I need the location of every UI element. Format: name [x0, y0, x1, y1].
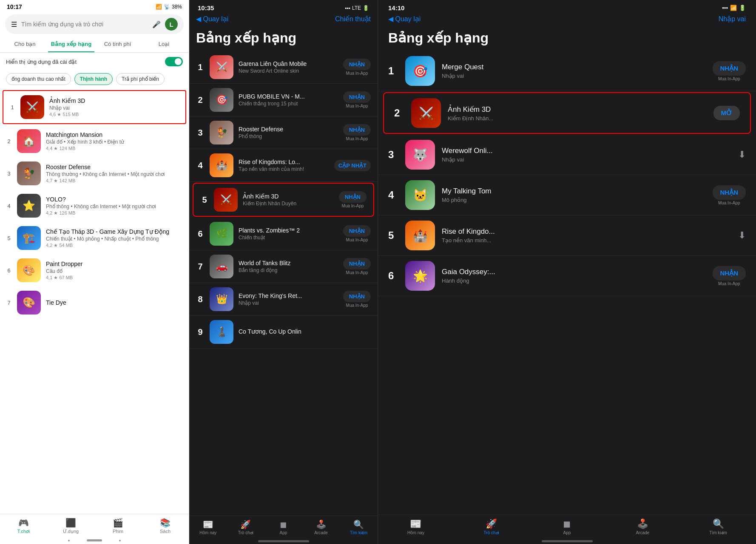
android-status-bar: 10:17 📶 📡 38% [0, 0, 189, 12]
list-item[interactable]: 8 👑 Evony: The King's Ret... Nhập vai NH… [189, 283, 378, 316]
back-button[interactable] [68, 540, 70, 541]
app-name: World of Tanks Blitz [239, 260, 338, 266]
app-icon: ♟️ [210, 320, 233, 344]
back-button[interactable]: ◀ Quay lại [196, 15, 228, 23]
android-bottom-nav: 🎮 T.chơi ⬛ Ứ.dụng 🎬 Phim 📚 Sách [0, 514, 189, 536]
open-button[interactable]: MỞ [713, 106, 740, 120]
get-button[interactable]: NHẬN [343, 225, 371, 237]
get-button[interactable]: NHẬN [713, 61, 746, 76]
list-item[interactable]: 4 ⭐ YOLO? Phổ thông • Không cần Internet… [0, 190, 189, 222]
home-bar[interactable] [542, 540, 593, 542]
list-item[interactable]: 3 🐓 Rooster Defense Thông thường • Không… [0, 157, 189, 190]
get-button[interactable]: NHẬN [343, 258, 371, 269]
app-icon: ⚔️ [20, 95, 44, 119]
get-button[interactable]: NHẬN [343, 124, 371, 136]
recents-button[interactable] [119, 540, 121, 541]
list-item[interactable]: 5 ⚔️ Ảnh Kiếm 3D Kiếm Định Nhân Duyên NH… [193, 183, 374, 217]
tab-loai[interactable]: Loại [141, 37, 187, 52]
sort-trending[interactable]: Thịnh hành [74, 73, 113, 85]
login-button[interactable]: Nhập vai [719, 15, 746, 23]
sort-row: ống doanh thu cao nhất Thịnh hành Trả ph… [0, 71, 189, 89]
back-button[interactable]: ◀ Quay lại [388, 15, 421, 23]
wifi-icon: 📶 [730, 5, 737, 11]
nav-item-arcade[interactable]: 🕹️ Arcade [302, 519, 340, 535]
download-icon[interactable]: ⬇ [738, 149, 746, 160]
nav-item-games[interactable]: 🚀 Trò chơi [454, 518, 529, 535]
list-item[interactable]: 5 🏰 Rise of Kingdo... Tạo nền văn minh..… [378, 215, 756, 256]
list-item[interactable]: 1 ⚔️ Ảnh Kiếm 3D Nhập vai 4,6 ★ 515 MB [3, 90, 186, 124]
tab-cho-ban[interactable]: Cho bạn [2, 37, 48, 52]
app-icon: 🎯 [405, 56, 435, 86]
app-rank: 6 [196, 229, 205, 239]
btn-sub: Mua In-App [342, 204, 364, 208]
app-icon: 🌟 [405, 261, 435, 291]
btn-sub: Mua In-App [346, 71, 368, 76]
nav-item-apps[interactable]: ⬛ Ứ.dụng [47, 518, 94, 534]
list-item[interactable]: 1 ⚔️ Garena Liên Quân Mobile New Sword A… [189, 51, 378, 84]
nav-label: Tìm kiếm [350, 530, 368, 535]
list-item[interactable]: 6 🌿 Plants vs. Zombies™ 2 Chiến thuật NH… [189, 218, 378, 250]
list-item[interactable]: 2 🎯 PUBG MOBILE VN - M... Chiến thắng tr… [189, 84, 378, 116]
tab-co-tinh-phi[interactable]: Có tính phí [94, 37, 141, 52]
app-desc: Bắn tăng di động [239, 267, 338, 273]
nav-item-app[interactable]: ◼ App [529, 518, 605, 535]
update-button[interactable]: CẬP NHẬT [334, 160, 371, 171]
list-item[interactable]: 7 🎨 Tie Dye [0, 286, 189, 319]
nav-item-arcade[interactable]: 🕹️ Arcade [605, 518, 680, 535]
app-name: Rise of Kingdo... [442, 227, 731, 236]
list-item[interactable]: 4 🏰 Rise of Kingdoms: Lo... Tạo nền văn … [189, 149, 378, 182]
list-item[interactable]: 2 ⚔️ Ảnh Kiếm 3D Kiếm Định Nhân... MỞ [383, 92, 751, 134]
nav-item-games[interactable]: 🎮 T.chơi [0, 518, 47, 534]
get-button[interactable]: NHẬN [339, 191, 367, 203]
get-button[interactable]: NHẬN [343, 291, 371, 302]
nav-item-today[interactable]: 📰 Hôm nay [189, 519, 227, 535]
nav-label: Trò chơi [484, 530, 499, 535]
app-desc: Thông thường • Không cần Internet • Một … [46, 171, 183, 177]
apps-icon: ⬛ [65, 518, 76, 528]
nav-item-search[interactable]: 🔍 Tìm kiếm [680, 518, 756, 535]
nav-item-games[interactable]: 🚀 Trò chơi [227, 519, 265, 535]
tab-bang-xep-hang[interactable]: Bảng xếp hạng [48, 37, 94, 52]
list-item[interactable]: 6 🎨 Paint Dropper Câu đố 4,1 ★ 67 MB [0, 254, 189, 286]
list-item[interactable]: 6 🌟 Gaia Odyssey:... Hành động NHẬN Mua … [378, 256, 756, 296]
get-button[interactable]: NHẬN [713, 185, 746, 200]
app-rank: 7 [6, 300, 12, 306]
btn-sub: Mua In-App [346, 303, 368, 308]
app-info: YOLO? Phổ thông • Không cần Internet • M… [46, 196, 183, 216]
battery-icon: 🔋 [363, 5, 369, 11]
list-item[interactable]: 7 🚗 World of Tanks Blitz Bắn tăng di độn… [189, 250, 378, 283]
get-button[interactable]: NHẬN [343, 91, 371, 103]
get-button[interactable]: NHẬN [343, 59, 371, 70]
hamburger-icon[interactable]: ☰ [11, 20, 17, 28]
android-search-bar[interactable]: ☰ 🎤 L [5, 14, 184, 34]
home-button[interactable] [87, 539, 102, 541]
get-button[interactable]: NHẬN [713, 266, 746, 280]
sort-paid[interactable]: Trả phí phổ biến [116, 73, 165, 85]
signal-icon: ▪▪▪ [345, 5, 350, 11]
nav-item-today[interactable]: 📰 Hôm nay [378, 518, 454, 535]
list-item[interactable]: 4 🐱 My Talking Tom Mô phỏng NHẬN Mua In-… [378, 175, 756, 215]
search-input[interactable] [21, 21, 148, 28]
list-item[interactable]: 3 🐓 Rooster Defense Phổ thông NHẬN Mua I… [189, 116, 378, 149]
sort-revenue[interactable]: ống doanh thu cao nhất [6, 73, 71, 85]
app-name: Tie Dye [46, 299, 183, 306]
nav-item-search[interactable]: 🔍 Tìm kiếm [340, 519, 378, 535]
list-item[interactable]: 5 🏗️ Chế Tạo Tháp 3D - Game Xây Dựng Tự … [0, 222, 189, 254]
mic-icon[interactable]: 🎤 [152, 20, 161, 28]
home-bar[interactable] [258, 540, 309, 542]
list-item[interactable]: 2 🏠 Matchington Mansion Giải đố • Xếp hì… [0, 125, 189, 157]
show-installed-toggle[interactable] [165, 57, 183, 66]
nav-item-books[interactable]: 📚 Sách [142, 518, 189, 534]
list-item[interactable]: 3 🐺 Werewolf Onli... Nhập vai ⬇ [378, 135, 756, 175]
nav-item-app[interactable]: ◼ App [264, 519, 302, 535]
nav-item-movies[interactable]: 🎬 Phim [94, 518, 142, 534]
avatar[interactable]: L [165, 18, 178, 31]
games-icon: 🎮 [18, 518, 29, 528]
list-item[interactable]: 1 🎯 Merge Quest Nhập vai NHẬN Mua In-App [378, 51, 756, 91]
ios-app-list: 1 ⚔️ Garena Liên Quân Mobile New Sword A… [189, 51, 378, 516]
app-meta: 4,7 ★ 142 MB [46, 178, 183, 184]
games-icon: 🚀 [486, 518, 497, 530]
app-icon: 🎨 [17, 291, 41, 314]
list-item[interactable]: 9 ♟️ Co Tương, Co Up Onlin [189, 316, 378, 348]
download-icon[interactable]: ⬇ [738, 230, 746, 241]
